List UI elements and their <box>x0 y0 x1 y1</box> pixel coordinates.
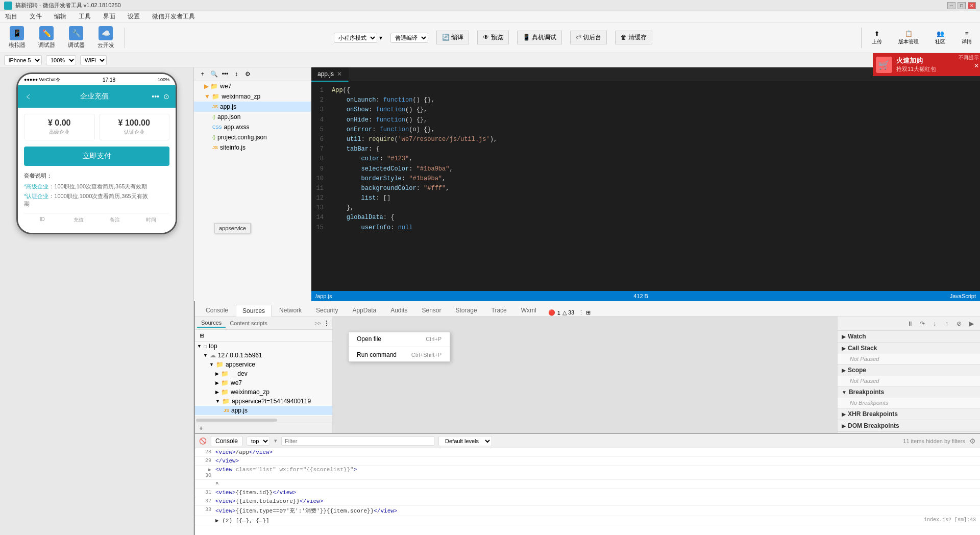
phone-close-icon[interactable]: ⊙ <box>163 92 169 101</box>
settings-button[interactable]: ⚙ <box>243 69 252 79</box>
tree-item-siteinfojs[interactable]: JS siteinfo.js <box>194 142 311 153</box>
file-ref[interactable]: index.js? [sm]:43 <box>924 517 976 523</box>
menu-project[interactable]: 项目 <box>2 11 20 22</box>
menu-file[interactable]: 文件 <box>27 11 45 22</box>
pay-button[interactable]: 立即支付 <box>24 147 169 166</box>
tab-network[interactable]: Network <box>273 304 308 316</box>
editor-button[interactable]: ✏️ 调试器 <box>34 24 59 51</box>
new-file-button[interactable]: + <box>198 69 207 79</box>
menu-interface[interactable]: 界面 <box>100 11 118 22</box>
device-select[interactable]: iPhone 5 iPhone 6 iPhone 7 <box>4 55 42 65</box>
src-item-we7-src[interactable]: ▶ 📁 we7 <box>195 378 332 387</box>
certified-link[interactable]: *认证企业 <box>24 193 48 199</box>
community-button[interactable]: 👥 社区 <box>931 28 949 47</box>
tab-close-button[interactable]: ✕ <box>337 70 342 78</box>
ad-x-button[interactable]: ✕ <box>974 62 979 69</box>
dbg-deactivate-button[interactable]: ⊘ <box>954 319 964 328</box>
section-watch-header[interactable]: ▶ Watch <box>838 331 980 342</box>
debugger-button[interactable]: 🔧 调试器 <box>63 24 89 51</box>
sources-tab-content[interactable]: Content scripts <box>226 319 271 327</box>
upload-button[interactable]: ⬆ 上传 <box>868 28 886 47</box>
tab-sensor[interactable]: Sensor <box>415 304 448 316</box>
menu-wechat[interactable]: 微信开发者工具 <box>149 11 198 22</box>
tab-trace[interactable]: Trace <box>485 304 513 316</box>
menu-settings[interactable]: 设置 <box>125 11 143 22</box>
dbg-pause-button[interactable]: ⏸ <box>905 319 915 328</box>
sources-add-button[interactable]: + <box>197 424 205 432</box>
tab-storage[interactable]: Storage <box>449 304 484 316</box>
tab-appdata[interactable]: AppData <box>346 304 383 316</box>
ad-close-button[interactable]: 不再提示 <box>959 54 979 61</box>
console-filter-input[interactable] <box>281 436 434 446</box>
src-item-appservice[interactable]: ▼ 📁 appservice <box>195 360 332 369</box>
device-debug-button[interactable]: 📱 真机调试 <box>517 31 562 44</box>
section-scope-header[interactable]: ▶ Scope <box>838 364 980 376</box>
console-settings-icon[interactable]: ⚙ <box>969 437 976 445</box>
src-item-dev[interactable]: ▶ 📁 __dev <box>195 369 332 378</box>
version-button[interactable]: 📋 版本管理 <box>894 28 923 47</box>
src-item-host[interactable]: ▼ ☁ 127.0.0.1:55961 <box>195 351 332 360</box>
collapse-button[interactable]: ↕ <box>232 69 241 79</box>
sources-tab-sources[interactable]: Sources <box>197 319 226 328</box>
tab-sources[interactable]: Sources <box>236 305 272 317</box>
menu-tools[interactable]: 工具 <box>76 11 94 22</box>
details-button[interactable]: ≡ 详情 <box>958 28 976 47</box>
ctx-open-file[interactable]: Open file Ctrl+P <box>349 332 450 346</box>
console-expand-line[interactable]: ▶ (2) [{…}, {…}] index.js? [sm]:43 <box>195 516 980 525</box>
tab-audits[interactable]: Audits <box>384 304 414 316</box>
tree-item-appjson[interactable]: {} app.json <box>194 112 311 122</box>
minimize-button[interactable]: ─ <box>947 2 955 9</box>
sources-icon-btn[interactable]: ⊞ <box>197 331 206 340</box>
compile-select[interactable]: 普通编译 <box>390 33 428 43</box>
hscroll-thumb[interactable] <box>196 419 277 422</box>
tree-item-appwxss[interactable]: CSS app.wxss <box>194 122 311 132</box>
phone-menu-icon[interactable]: ••• <box>152 92 159 101</box>
more-options-button[interactable]: ••• <box>220 69 230 79</box>
devtools-expand-button[interactable]: ⊞ <box>586 309 591 316</box>
tree-item-we7[interactable]: ▶ 📁 we7 <box>194 81 311 91</box>
compile-button[interactable]: 🔄 编译 <box>436 31 469 44</box>
src-item-appjs-src[interactable]: JS app.js <box>195 406 332 415</box>
dbg-step-over-button[interactable]: ↷ <box>918 319 927 328</box>
tab-security[interactable]: Security <box>309 304 345 316</box>
sources-menu-button[interactable]: ⋮ <box>323 319 330 327</box>
src-item-top[interactable]: ▼ □ top <box>195 342 332 351</box>
dbg-step-into-button[interactable]: ↓ <box>930 319 939 328</box>
dbg-step-out-button[interactable]: ↑ <box>942 319 951 328</box>
dbg-resume-button[interactable]: ▶ <box>967 319 976 328</box>
phone-back-button[interactable]: ﹤ <box>24 90 33 103</box>
zoom-select[interactable]: 100% 75% 125% <box>46 55 76 65</box>
section-dom-header[interactable]: ▶ DOM Breakpoints <box>838 420 980 431</box>
clear-cache-button[interactable]: 🗑 清缓存 <box>615 31 652 44</box>
tree-item-projectconfig[interactable]: {} project.config.json <box>194 132 311 142</box>
ctx-run-command[interactable]: Run command Ctrl+Shift+P <box>349 348 450 361</box>
restore-button[interactable]: □ <box>958 2 966 9</box>
cloud-button[interactable]: ☁️ 云开发 <box>93 24 118 51</box>
preview-button[interactable]: 👁 预览 <box>477 31 508 44</box>
tab-wxml[interactable]: Wxml <box>514 304 543 316</box>
search-files-button[interactable]: 🔍 <box>209 69 218 79</box>
background-button[interactable]: ⏎ 切后台 <box>570 31 606 44</box>
tree-item-weixinmao[interactable]: ▼ 📁 weixinmao_zp <box>194 91 311 102</box>
close-button[interactable]: ✕ <box>968 2 976 9</box>
sources-hscroll[interactable] <box>195 417 332 423</box>
sources-tab-more[interactable]: >> <box>314 320 321 326</box>
code-content[interactable]: 1App({ 2 onLaunch: function() {}, 3 onSh… <box>311 82 980 291</box>
editor-tab-appjs[interactable]: app.js ✕ <box>311 67 349 82</box>
console-level-select[interactable]: Default levels <box>438 436 492 446</box>
menu-edit[interactable]: 编辑 <box>51 11 69 22</box>
section-breakpoints-header[interactable]: ▼ Breakpoints <box>838 386 980 398</box>
tree-item-appjs[interactable]: JS app.js <box>194 102 311 112</box>
devtools-more-button[interactable]: ⋮ <box>578 309 584 316</box>
section-xhr-header[interactable]: ▶ XHR Breakpoints <box>838 408 980 420</box>
console-context-select[interactable]: top <box>247 436 270 446</box>
console-clear-button[interactable]: 🚫 <box>199 437 207 445</box>
src-item-weixinmao-src[interactable]: ▶ 📁 weixinmao_zp <box>195 387 332 397</box>
section-callstack-header[interactable]: ▶ Call Stack <box>838 343 980 354</box>
tab-console[interactable]: Console <box>199 304 235 316</box>
console-tab[interactable]: Console <box>211 436 242 446</box>
simulator-button[interactable]: 📱 模拟器 <box>4 24 30 51</box>
network-select[interactable]: WiFi 3G 2G <box>80 55 107 65</box>
senior-link[interactable]: *高级企业 <box>24 183 48 189</box>
mode-select[interactable]: 小程序模式 <box>334 33 377 43</box>
